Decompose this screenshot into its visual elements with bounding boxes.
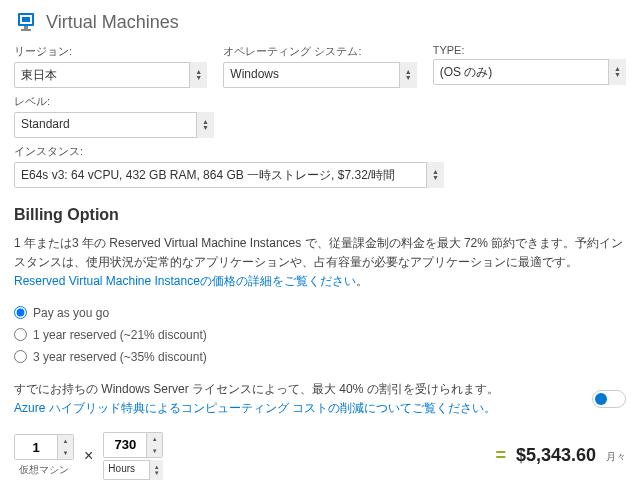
instance-label: インスタンス: — [14, 144, 444, 159]
hours-unit-select[interactable]: Hours ▲▼ — [103, 460, 163, 480]
os-select[interactable]: Windows ▲▼ — [223, 62, 416, 88]
level-select[interactable]: Standard ▲▼ — [14, 112, 214, 138]
qty-down[interactable]: ▼ — [58, 447, 73, 459]
price-unit: 月々 — [606, 450, 626, 464]
multiply-icon: × — [84, 447, 93, 465]
region-select[interactable]: 東日本 ▲▼ — [14, 62, 207, 88]
reserved-1y-option[interactable]: 1 year reserved (~21% discount) — [14, 328, 626, 342]
hybrid-benefit-link[interactable]: Azure ハイブリッド特典によるコンピューティング コストの削減についてご覧く… — [14, 401, 496, 415]
os-label: オペレーティング システム: — [223, 44, 416, 59]
reserved-3y-option[interactable]: 3 year reserved (~35% discount) — [14, 350, 626, 364]
reserved-3y-radio[interactable] — [14, 350, 27, 363]
region-field: リージョン: 東日本 ▲▼ — [14, 44, 207, 88]
hours-down[interactable]: ▼ — [147, 445, 162, 457]
page-header: Virtual Machines — [14, 10, 626, 34]
instance-field: インスタンス: E64s v3: 64 vCPU, 432 GB RAM, 86… — [14, 144, 444, 188]
billing-options: Pay as you go 1 year reserved (~21% disc… — [14, 306, 626, 364]
billing-title: Billing Option — [14, 206, 626, 224]
level-label: レベル: — [14, 94, 214, 109]
reserved-1y-radio[interactable] — [14, 328, 27, 341]
qty-up[interactable]: ▲ — [58, 435, 73, 447]
reserved-pricing-link[interactable]: Reserved Virtual Machine Instanceの価格の詳細を… — [14, 274, 356, 288]
hours-input[interactable] — [104, 433, 146, 457]
quantity-stepper[interactable]: ▲▼ — [14, 434, 74, 460]
quantity-label: 仮想マシン — [19, 463, 69, 477]
toggle-knob — [595, 393, 607, 405]
region-label: リージョン: — [14, 44, 207, 59]
hours-field: ▲▼ Hours ▲▼ — [103, 432, 163, 480]
page-title: Virtual Machines — [46, 12, 179, 33]
payg-radio[interactable] — [14, 306, 27, 319]
quantity-input[interactable] — [15, 435, 57, 459]
svg-rect-4 — [22, 17, 30, 22]
type-label: TYPE: — [433, 44, 626, 56]
svg-rect-2 — [24, 26, 28, 29]
type-select[interactable]: (OS のみ) ▲▼ — [433, 59, 626, 85]
hours-stepper[interactable]: ▲▼ — [103, 432, 163, 458]
calculation-row: ▲▼ 仮想マシン × ▲▼ Hours ▲▼ = $5,343.60 月々 — [14, 432, 626, 480]
equals-icon: = — [495, 445, 506, 466]
type-field: TYPE: (OS のみ) ▲▼ — [433, 44, 626, 88]
os-field: オペレーティング システム: Windows ▲▼ — [223, 44, 416, 88]
payg-option[interactable]: Pay as you go — [14, 306, 626, 320]
instance-select[interactable]: E64s v3: 64 vCPU, 432 GB RAM, 864 GB 一時ス… — [14, 162, 444, 188]
billing-description: 1 年または3 年の Reserved Virtual Machine Inst… — [14, 234, 626, 292]
hours-up[interactable]: ▲ — [147, 433, 162, 445]
svg-rect-3 — [21, 29, 31, 31]
vm-icon — [14, 10, 38, 34]
level-field: レベル: Standard ▲▼ — [14, 94, 214, 138]
hybrid-text: すでにお持ちの Windows Server ライセンスによって、最大 40% … — [14, 380, 499, 418]
hybrid-toggle[interactable] — [592, 390, 626, 408]
quantity-field: ▲▼ 仮想マシン — [14, 434, 74, 477]
price-value: $5,343.60 — [516, 445, 596, 466]
